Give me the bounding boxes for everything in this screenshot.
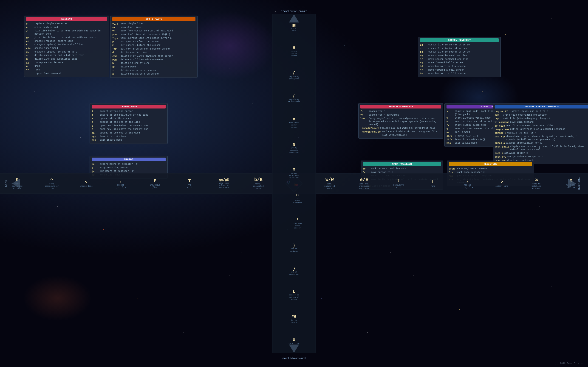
sm-ctrl-d: ^dmove backward half a screen (420, 65, 499, 68)
sm-ctrl-b: ^bmove backward a full screen (420, 72, 499, 75)
vc-hash: # find word under cursor (288, 116, 300, 130)
nav-key-comma: , repeat t, T, f, F (103, 173, 138, 194)
vc-L: L cursor to bottom of screen (288, 288, 300, 302)
vc-H: H cursor top of screen (290, 44, 298, 58)
panel-cutpaste: CUT & PASTE yy/Yyank single line #Yyank … (110, 16, 198, 78)
vc-star: * find word under cursor (292, 217, 303, 231)
edit-row-cw: cwchange (replace) to end of word (26, 50, 107, 54)
sm-ctrl-u: ^umove forward half a screen (420, 61, 499, 65)
edit-row-S: Sdelete line and substitute text (26, 58, 107, 61)
arrow-right (568, 178, 576, 189)
cp-row-D: Ddelete to end of line (112, 62, 195, 65)
misc-map: :map x <=>define keystroke x as a comman… (495, 128, 588, 131)
im-a: aappend after the cursor (92, 117, 166, 120)
sr-question-n: ?nsearch for n backwards (360, 114, 441, 117)
misc-set-all: :set [all]display options set by user; i… (495, 145, 588, 151)
cp-row-dw: dwdelete word (112, 65, 195, 69)
misc-unab: :unab adisable abbreviation for a (495, 142, 588, 145)
macros-title: MACROS (92, 158, 166, 161)
nav-key-ge: ge/gE word end/ unlimited word end (207, 173, 241, 194)
vc-M: M cursor to middle of screen (288, 166, 300, 180)
cp-row-hashdd: #dddelete # of lines downward from curso… (112, 55, 195, 58)
nav-key-t: t inclusive till (381, 173, 416, 194)
cp-row-yw: ywyank from cursor to start of next word (112, 29, 195, 33)
misc-w!: :w!write file overriding protection (495, 114, 588, 117)
panel-editing: EDITING rreplace single character Renter… (24, 16, 109, 77)
vc-gg: gg first line (290, 21, 298, 33)
nav-key-less: < indent line (69, 173, 103, 194)
misc-unmap: :unmap xdisable the map for x (495, 131, 588, 135)
edit-row-u: uundo (26, 65, 107, 68)
cp-row-p: pput (paste) after the cursor (112, 40, 195, 43)
cp-row-P: Pput (paste) before the cursor (112, 44, 195, 47)
mac-at-a: @arun macro at register 'a' (92, 170, 166, 173)
vert-nav-col: gg first line H cursor top of screen { b… (272, 14, 316, 353)
nav-key-T: T (fnd) till (172, 173, 207, 194)
vc-N: N (fnd) opposite direction (288, 141, 300, 155)
reg-reg: :regshow registers content (449, 167, 532, 170)
im-ea: eaappend at the end of the word (92, 131, 166, 135)
edit-row-gJ: gJjoin line below to current one with no… (26, 36, 107, 39)
im-o: oopen new line below the current one (92, 124, 166, 127)
nav-key-f: f (find) (416, 173, 450, 194)
sm-ctrl-e: ^emove screen forward one line (420, 54, 499, 57)
im-O: Oopen new line above the current one (92, 128, 166, 131)
cp-row-ayy: *ayyyank current line into named buffer … (112, 37, 195, 40)
nav-key-greater: > indent line (485, 173, 519, 194)
sm-ctrl-f: ^fmove screen backward one line (420, 58, 499, 61)
panel-screen-movement: SCREEN MOVEMENT zzcursor line to center … (418, 37, 501, 77)
sm-zt: ztcursor line to top of screen (420, 47, 499, 50)
mark-title: MARK POSITION (363, 162, 441, 166)
edit-row-xp: xptranspose two letters (26, 61, 107, 65)
im-gI: #gIinsert text # times (92, 135, 166, 138)
cp-row-hashY: #Yyank # of lines (112, 26, 195, 29)
cp-row-X: Xdelete backwards from cursor (112, 73, 195, 76)
misc-r-file: :r fileread file contents into curr. fil… (495, 124, 588, 127)
im-A: Aappend at the end of the line (92, 121, 166, 124)
misc-title: MISCELLANEOUS COMMANDS (495, 105, 588, 108)
cp-row-x: xdelete character at cursor (112, 69, 195, 72)
nav-key-semicolon: ; repeat t, T, f, F (450, 173, 485, 194)
vc-brace-close: } end of paragraph (288, 265, 300, 277)
nav-key-eE: e/E word end/ unlimited word end (347, 173, 381, 194)
cp-row-hashDm: #dmdelete # of lines with movement (112, 58, 195, 61)
insert-title: INSERT MODE (92, 105, 166, 108)
mac-q: qstop recording macro (92, 166, 166, 169)
arrow-down (289, 344, 299, 353)
im-I: Iinsert at the beginning of the line (92, 114, 166, 117)
nav-key-caret: ^ soft beginning of line (35, 173, 69, 194)
sr-slash-n: /nsearch for n (360, 110, 441, 113)
edit-row-J: Jjoin line below to current one with one… (26, 29, 107, 35)
mac-qa: qarecord macro at register 'a' (92, 163, 166, 166)
misc-set-o: :set oactivate option o (495, 152, 588, 155)
cutpaste-title: CUT & PASTE (112, 17, 195, 21)
sr-subst-gc: :%s/old/new/gcreplace all old with new t… (360, 130, 441, 136)
search-title: SEARCH & REPLACE (360, 105, 441, 108)
edit-row-R: Renter replace mode (26, 26, 107, 29)
misc-q!: :q!quit file (discarding any changes) (495, 117, 588, 120)
copyright-text: (c) 2019 Rupa Gitm... (554, 362, 583, 365)
edit-row-ciw: ciwchange inner word (26, 47, 107, 50)
misc-wq: :wq or ZZwrite (save) and quit file (495, 110, 588, 113)
edit-row-r: rreplace single character (26, 22, 107, 25)
vc-hashG: #G Go to line # (290, 313, 298, 325)
panel-search-replace: SEARCH & REPLACE /nsearch for n ?nsearch… (358, 103, 443, 139)
misc-ab: :ab a pabbreviate p as a; when a is type… (495, 135, 588, 141)
im-i: iinsert before the cursor (92, 110, 166, 113)
cp-row-yy: yy/Yyank single line (112, 22, 195, 25)
edit-row-cc: ccchange (replace) entire line (26, 40, 107, 43)
content-area: previous/upward next/downward back forwa… (0, 0, 588, 367)
edit-row-C: Cchange (replace) to the end of line (26, 43, 107, 46)
registers-title: REGISTERS (449, 162, 532, 166)
sm-ctrl-f2: ^fmove forward a full screen (420, 69, 499, 72)
cp-row-aP: *aPput text from buffer a before cursor (112, 48, 195, 51)
vc-n-search: n (fnd) same direction (292, 191, 303, 205)
cp-row-ym: y#myank $ of lines with movement (hjkl) (112, 33, 195, 36)
arrow-left (12, 178, 20, 189)
editing-title: EDITING (26, 17, 107, 21)
misc-set-ov: :set o=vassign value v to option o (495, 155, 588, 158)
sr-subst-g: :%s/old/new/greplace all old with new th… (360, 127, 441, 130)
screen-title: SCREEN MOVEMENT (420, 38, 499, 42)
edit-row-s: sdelete character and substitute text (26, 54, 107, 57)
vc-paren-open: ( beginning of sentence (287, 93, 301, 104)
